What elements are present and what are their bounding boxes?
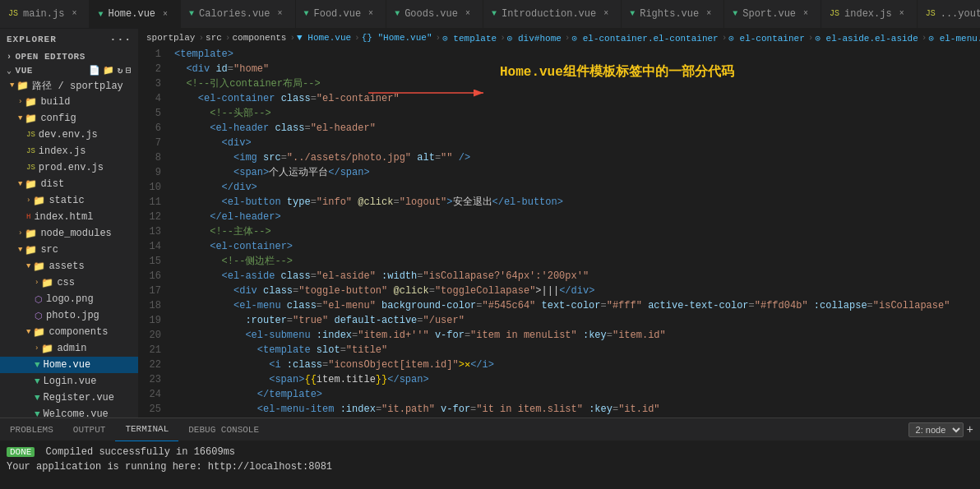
add-terminal-icon[interactable]: + — [967, 423, 973, 436]
new-file-icon[interactable]: 📄 — [89, 65, 101, 76]
code-line-5: <!--头部--> — [174, 106, 980, 121]
token-attr: background-color — [376, 298, 476, 313]
collapse-icon[interactable]: ⊟ — [126, 65, 132, 76]
code-area[interactable]: <template> <div id="home" <!--引入containe… — [168, 47, 980, 417]
tree-item-index-html[interactable]: Hindex.html — [0, 209, 138, 225]
panel-tab-problems[interactable]: PROBLEMS — [0, 418, 63, 441]
code-line-10: </div> — [174, 180, 980, 195]
token-attr: :index — [334, 402, 375, 417]
token-string: "logout" — [400, 195, 447, 210]
tree-item-assets[interactable]: ▼📁assets — [0, 258, 138, 274]
token-indent10 — [174, 165, 233, 180]
tab-close[interactable]: × — [799, 7, 812, 21]
terminal-running-text: Your application is running here: http:/… — [7, 461, 332, 473]
refresh-icon[interactable]: ↻ — [118, 65, 123, 76]
token-punct: = — [465, 328, 470, 343]
node-select[interactable]: 2: node — [908, 422, 964, 437]
editor-content: 1234567891011121314151617181920212223242… — [138, 47, 980, 417]
token-tag: <el-submenu — [245, 328, 310, 343]
tree-item-photo-jpg[interactable]: ⬡photo.jpg — [0, 307, 138, 324]
code-line-18: <el-menu class="el-menu" background-colo… — [174, 298, 980, 313]
tree-label: dev.env.js — [39, 129, 98, 141]
token-string: "el-header" — [311, 121, 376, 136]
breadcrumb-item-18[interactable]: ⊙ el-aside.el-aside — [815, 33, 918, 44]
tree-item-admin[interactable]: ›📁admin — [0, 340, 138, 357]
tree-item-css[interactable]: ›📁css — [0, 274, 138, 291]
breadcrumb-item-4[interactable]: components — [232, 33, 286, 43]
tree-item-config[interactable]: ▼📁config — [0, 110, 138, 127]
open-editors-section[interactable]: › OPEN EDITORS — [0, 50, 138, 63]
breadcrumb-item-8[interactable]: {} "Home.vue" — [362, 33, 432, 43]
breadcrumb-item-0[interactable]: sportplay — [146, 33, 195, 43]
token-text: 安全退出 — [453, 195, 492, 210]
tree-item-welcome-vue[interactable]: ▼Welcome.vue — [0, 406, 138, 417]
tree-label: 路径 / sportplay — [32, 79, 122, 93]
token-attr: v-for — [435, 402, 470, 417]
tree-item-components[interactable]: ▼📁components — [0, 324, 138, 340]
tab-close[interactable]: × — [599, 7, 612, 21]
token-attr: id — [210, 62, 228, 76]
tree-item-login-vue[interactable]: ▼Login.vue — [0, 373, 138, 390]
breadcrumb-item-10[interactable]: ⊙ template — [442, 33, 497, 44]
token-punct: = — [376, 402, 381, 417]
tab-sport-vue[interactable]: ▼Sport.vue× — [724, 0, 821, 28]
tab-close[interactable]: × — [364, 7, 377, 21]
tab-close[interactable]: × — [702, 7, 715, 21]
tab-food-vue[interactable]: ▼Food.vue× — [296, 0, 387, 28]
tree-item-src[interactable]: ▼📁src — [0, 242, 138, 258]
panel-tab-output[interactable]: OUTPUT — [63, 418, 116, 441]
tab-router[interactable]: JS...youter× — [918, 0, 980, 28]
tree-item-register-vue[interactable]: ▼Register.vue — [0, 390, 138, 406]
token-comment: <!--侧边栏--> — [174, 254, 293, 269]
tab-goods-vue[interactable]: ▼Goods.vue× — [386, 0, 483, 28]
panel-tab-debug-console[interactable]: DEBUG CONSOLE — [178, 418, 269, 441]
breadcrumb-item-14[interactable]: ⊙ el-container.el-container — [571, 33, 718, 44]
breadcrumb-item-12[interactable]: ⊙ div#home — [507, 33, 562, 44]
tab-close[interactable]: × — [461, 7, 474, 21]
token-attr: type — [281, 195, 311, 210]
tab-calories-vue[interactable]: ▼Calories.vue× — [181, 0, 295, 28]
token-punct: = — [322, 358, 328, 372]
token-punct: = — [304, 121, 310, 136]
code-line-3: <!--引入container布局--> — [174, 76, 980, 91]
tab-close[interactable]: × — [159, 7, 172, 21]
tab-close[interactable]: × — [67, 7, 81, 21]
tab-introduction-vue[interactable]: ▼Introduction.vue× — [483, 0, 622, 28]
tab-rights-vue[interactable]: ▼Rights.vue× — [622, 0, 724, 28]
tab-close[interactable]: × — [895, 7, 908, 21]
token-string: "/user" — [423, 313, 465, 328]
tab-close[interactable]: × — [274, 7, 287, 21]
sidebar: EXPLORER ··· › OPEN EDITORS ⌄ VUE 📄 📁 ↻ … — [0, 29, 138, 417]
tree-item-sportplay[interactable]: ▼📁路径 / sportplay — [0, 77, 138, 94]
tree-item-dev-env-js[interactable]: JSdev.env.js — [0, 127, 138, 143]
tree-item-dist[interactable]: ▼📁dist — [0, 176, 138, 192]
tree-item-index-js-config[interactable]: JSindex.js — [0, 143, 138, 159]
tree-item-prod-env-js[interactable]: JSprod.env.js — [0, 159, 138, 176]
token-tag: <el-container> — [210, 239, 293, 254]
token-tag: </template> — [257, 387, 322, 402]
token-comment: <!--头部--> — [174, 106, 271, 121]
breadcrumb-item-2[interactable]: src — [206, 33, 222, 43]
code-line-4: <el-container class="el-container" — [174, 91, 980, 106]
token-string: "true" — [293, 313, 328, 328]
vue-section[interactable]: ⌄ VUE 📄 📁 ↻ ⊟ — [0, 63, 138, 77]
tab-home-vue[interactable]: ▼Home.vue× — [90, 0, 181, 28]
code-line-7: <div> — [174, 136, 980, 150]
tree-item-node_modules[interactable]: ›📁node_modules — [0, 225, 138, 242]
tree-label: Login.vue — [44, 376, 97, 387]
breadcrumb-item-16[interactable]: ⊙ el-container — [728, 33, 804, 44]
sidebar-menu-icon[interactable]: ··· — [110, 34, 132, 46]
tree-item-static[interactable]: ›📁static — [0, 192, 138, 209]
token-string: "item.id+''" — [358, 328, 428, 343]
tree-item-build[interactable]: ›📁build — [0, 94, 138, 110]
breadcrumb-item-20[interactable]: ⊙ el-menu.el-menu — [928, 33, 980, 44]
tree-item-logo-png[interactable]: ⬡logo.png — [0, 291, 138, 307]
panel-tab-terminal[interactable]: TERMINAL — [115, 418, 178, 441]
new-folder-icon[interactable]: 📁 — [103, 65, 115, 76]
tab-index-js[interactable]: JSindex.js× — [821, 0, 918, 28]
tree-item-home-vue-tree[interactable]: ▼Home.vue — [0, 357, 138, 373]
tab-main-js[interactable]: JSmain.js× — [0, 0, 90, 28]
breadcrumb-item-6[interactable]: ▼ Home.vue — [297, 33, 351, 43]
token-tag: </i> — [470, 358, 494, 372]
token-string: "#ffd04b" — [755, 298, 808, 313]
